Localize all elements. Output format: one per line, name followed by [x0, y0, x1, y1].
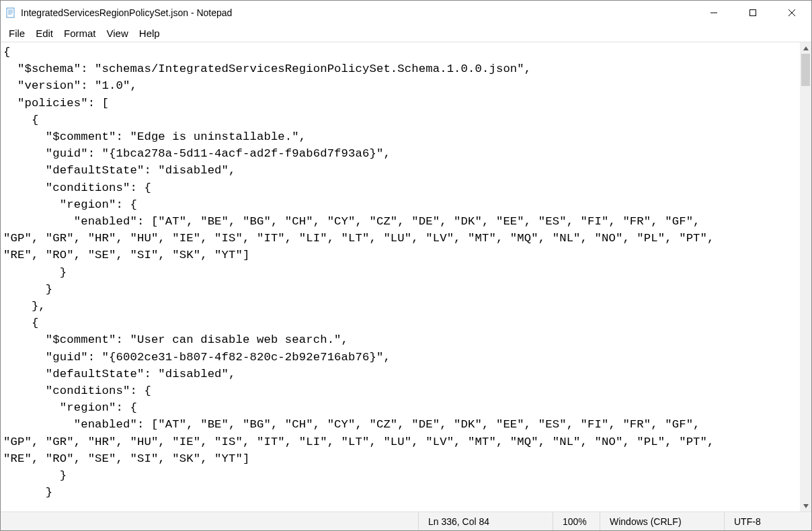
window-controls: [694, 1, 811, 25]
titlebar: IntegratedServicesRegionPolicySet.json -…: [1, 1, 811, 25]
maximize-button[interactable]: [733, 1, 772, 25]
svg-rect-6: [750, 10, 756, 16]
menu-help[interactable]: Help: [134, 26, 165, 40]
scroll-up-arrow[interactable]: [800, 42, 811, 54]
menu-edit[interactable]: Edit: [30, 26, 58, 40]
menubar: File Edit Format View Help: [1, 25, 811, 42]
close-button[interactable]: [772, 1, 811, 25]
scroll-thumb[interactable]: [801, 54, 810, 86]
statusbar: Ln 336, Col 84 100% Windows (CRLF) UTF-8: [1, 512, 811, 530]
menu-view[interactable]: View: [102, 26, 134, 40]
menu-format[interactable]: Format: [58, 26, 102, 40]
window-title: IntegratedServicesRegionPolicySet.json -…: [21, 7, 694, 18]
status-line-ending: Windows (CRLF): [600, 512, 724, 530]
vertical-scrollbar[interactable]: [800, 42, 811, 512]
notepad-icon: [5, 7, 17, 19]
status-position: Ln 336, Col 84: [418, 512, 553, 530]
text-editor[interactable]: { "$schema": "schemas/IntegratedServices…: [1, 42, 800, 512]
menu-file[interactable]: File: [3, 26, 30, 40]
editor-wrapper: { "$schema": "schemas/IntegratedServices…: [1, 42, 811, 512]
minimize-button[interactable]: [694, 1, 733, 25]
status-zoom: 100%: [553, 512, 600, 530]
status-encoding: UTF-8: [724, 512, 811, 530]
scroll-track[interactable]: [800, 54, 811, 500]
scroll-down-arrow[interactable]: [800, 500, 811, 512]
